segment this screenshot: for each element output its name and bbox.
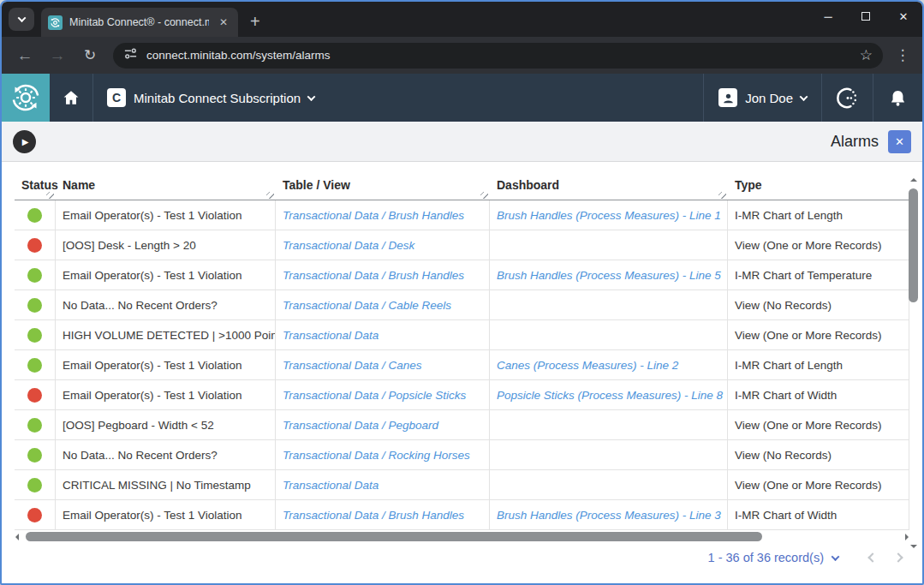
table-view-link[interactable]: Transactional Data / Canes — [283, 359, 422, 372]
subscription-selector[interactable]: C Minitab Connect Subscription — [93, 88, 328, 107]
table-row[interactable]: Email Operator(s) - Test 1 Violation Tra… — [15, 350, 909, 380]
new-tab-button[interactable]: + — [250, 13, 260, 30]
table-row[interactable]: No Data... No Recent Orders? Transaction… — [15, 440, 909, 470]
alarm-name: Email Operator(s) - Test 1 Violation — [56, 500, 276, 529]
column-resize-handle[interactable] — [46, 192, 54, 199]
scroll-down-icon[interactable] — [910, 545, 917, 548]
table-view-link[interactable]: Transactional Data / Cable Reels — [283, 299, 451, 312]
table-view-link[interactable]: Transactional Data / Brush Handles — [283, 209, 464, 222]
table-view-link[interactable]: Transactional Data / Brush Handles — [283, 509, 464, 522]
scheduler-button[interactable] — [821, 74, 873, 122]
table-row[interactable]: No Data... No Recent Orders? Transaction… — [15, 290, 909, 320]
bookmark-star-icon[interactable]: ☆ — [860, 46, 873, 64]
column-header-type[interactable]: Type — [728, 178, 909, 200]
table-row[interactable]: CRITICAL MISSING | No Timestamp Transact… — [15, 470, 909, 500]
browser-menu-icon[interactable]: ⋮ — [893, 46, 912, 64]
column-header-dashboard[interactable]: Dashboard — [490, 178, 728, 200]
table-row[interactable]: Email Operator(s) - Test 1 Violation Tra… — [15, 500, 909, 530]
column-header-status[interactable]: Status — [15, 178, 56, 200]
alarm-type: View (No Records) — [728, 440, 909, 469]
status-dot — [27, 298, 42, 313]
app-header: C Minitab Connect Subscription Jon Doe — [2, 74, 922, 122]
column-resize-handle[interactable] — [266, 192, 274, 199]
status-dot — [27, 328, 42, 343]
dashboard-link[interactable]: Brush Handles (Process Measures) - Line … — [497, 509, 721, 522]
table-view-link[interactable]: Transactional Data — [283, 329, 379, 342]
browser-window: Minitab Connect® - connect.mi ✕ + ─ ✕ ← … — [0, 0, 924, 585]
home-button[interactable] — [50, 88, 92, 107]
scroll-up-icon[interactable] — [910, 178, 917, 182]
close-button[interactable]: ✕ — [885, 2, 922, 31]
alarm-name: [OOS] Pegboard - Width < 52 — [56, 410, 276, 439]
back-icon[interactable]: ← — [12, 46, 38, 65]
table-row[interactable]: Email Operator(s) - Test 1 Violation Tra… — [15, 380, 909, 410]
browser-tab[interactable]: Minitab Connect® - connect.mi ✕ — [41, 8, 238, 37]
site-settings-icon[interactable] — [123, 46, 138, 64]
status-dot — [27, 418, 42, 433]
alarms-table-area: Status Name Table / View Dashboard Type … — [2, 170, 922, 585]
table-row[interactable]: [OOS] Pegboard - Width < 52 Transactiona… — [15, 410, 909, 440]
chevron-down-icon — [800, 93, 808, 101]
horizontal-scrollbar[interactable] — [15, 532, 909, 541]
alarm-type: I-MR Chart of Length — [728, 350, 909, 379]
table-view-link[interactable]: Transactional Data / Desk — [283, 239, 414, 252]
dashboard-link[interactable]: Canes (Process Measures) - Line 2 — [497, 359, 678, 372]
column-header-name[interactable]: Name — [56, 178, 276, 200]
minimize-button[interactable]: ─ — [809, 2, 847, 31]
table-view-cell: Transactional Data / Cable Reels — [276, 290, 490, 319]
column-resize-handle[interactable] — [480, 192, 488, 199]
table-view-link[interactable]: Transactional Data / Pegboard — [283, 419, 438, 432]
url-text[interactable]: connect.minitab.com/system/alarms — [146, 49, 851, 62]
table-view-link[interactable]: Transactional Data / Rocking Horses — [283, 449, 470, 462]
table-view-cell: Transactional Data / Brush Handles — [276, 500, 490, 529]
vertical-scrollbar[interactable] — [909, 177, 918, 549]
panel-title: Alarms — [831, 133, 879, 151]
notifications-button[interactable] — [873, 74, 922, 122]
status-cell — [15, 350, 56, 379]
play-button[interactable]: ▶ — [13, 130, 36, 153]
status-dot — [27, 478, 42, 492]
subscription-label: Minitab Connect Subscription — [134, 91, 301, 105]
table-view-link[interactable]: Transactional Data — [283, 479, 379, 492]
alarm-type: View (One or More Records) — [728, 470, 909, 499]
reload-icon[interactable]: ↻ — [77, 46, 103, 64]
dashboard-link[interactable]: Brush Handles (Process Measures) - Line … — [497, 269, 721, 282]
address-bar[interactable]: connect.minitab.com/system/alarms ☆ — [113, 43, 883, 69]
tab-close-icon[interactable]: ✕ — [216, 15, 231, 30]
dashboard-link[interactable]: Popsicle Sticks (Process Measures) - Lin… — [497, 389, 723, 402]
horizontal-scroll-thumb[interactable] — [26, 532, 762, 541]
table-view-link[interactable]: Transactional Data / Popsicle Sticks — [283, 389, 466, 402]
table-row[interactable]: HIGH VOLUME DETECTED | >1000 Points Tran… — [15, 320, 909, 350]
alarm-type: I-MR Chart of Width — [728, 380, 909, 409]
forward-icon[interactable]: → — [45, 46, 70, 65]
dashboard-cell: Popsicle Sticks (Process Measures) - Lin… — [490, 380, 728, 409]
alarm-type: View (No Records) — [728, 290, 909, 319]
alarm-name: CRITICAL MISSING | No Timestamp — [56, 470, 276, 499]
table-view-link[interactable]: Transactional Data / Brush Handles — [283, 269, 464, 282]
alarms-close-button[interactable]: ✕ — [888, 130, 911, 153]
page-prev-icon[interactable] — [867, 552, 877, 562]
browser-toolbar: ← → ↻ connect.minitab.com/system/alarms … — [2, 37, 922, 74]
alarm-name: Email Operator(s) - Test 1 Violation — [56, 200, 276, 230]
column-resize-handle[interactable] — [718, 192, 726, 199]
minitab-connect-logo-icon[interactable] — [2, 74, 50, 122]
alarm-type: View (One or More Records) — [728, 320, 909, 349]
tab-search-button[interactable] — [9, 8, 34, 31]
dashboard-link[interactable]: Brush Handles (Process Measures) - Line … — [497, 209, 721, 222]
column-header-table-view[interactable]: Table / View — [276, 178, 490, 200]
table-row[interactable]: Email Operator(s) - Test 1 Violation Tra… — [15, 260, 909, 290]
alarm-type: I-MR Chart of Temperature — [728, 260, 909, 290]
maximize-button[interactable] — [847, 2, 885, 31]
user-menu[interactable]: Jon Doe — [703, 74, 821, 122]
table-row[interactable]: [OOS] Desk - Length > 20 Transactional D… — [15, 230, 909, 260]
table-header-row: Status Name Table / View Dashboard Type — [15, 170, 909, 200]
dashboard-cell — [490, 440, 728, 469]
alarms-toolbar: ▶ Alarms ✕ — [2, 122, 922, 162]
status-cell — [15, 260, 56, 290]
page-next-icon[interactable] — [893, 552, 903, 562]
table-row[interactable]: Email Operator(s) - Test 1 Violation Tra… — [15, 200, 909, 230]
scroll-left-icon[interactable] — [15, 534, 19, 540]
vertical-scroll-thumb[interactable] — [909, 188, 918, 302]
records-dropdown-icon[interactable] — [832, 552, 840, 561]
minitab-favicon-icon — [48, 15, 63, 30]
